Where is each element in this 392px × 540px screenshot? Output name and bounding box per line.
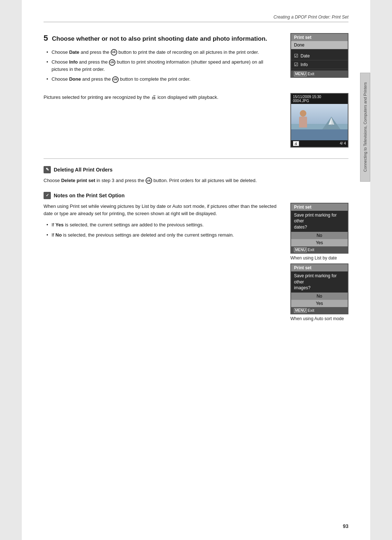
pencil-icon: ✎	[44, 166, 51, 173]
step5-heading: 5 Choose whether or not to also print sh…	[44, 33, 279, 44]
ok-button-3: ok	[112, 76, 119, 83]
page-number: 93	[343, 523, 348, 529]
ok-button-delete: ok	[146, 177, 152, 184]
menu-footer-step5: MENUExit	[291, 70, 348, 77]
check-icon: ✓	[44, 192, 51, 199]
print-set-menu: Print set Done Date Info MENUExit	[290, 33, 348, 86]
preview-sailboat	[328, 117, 335, 129]
menu-list-by-date: Print set Save print marking for other d…	[290, 203, 348, 254]
camera-preview: 15/11/2009 15:30 0004.JPG	[290, 93, 348, 148]
page: Creating a DPOF Print Order: Print Set 5…	[22, 0, 370, 540]
preview-counter: 4/ 4	[340, 141, 346, 145]
svg-marker-1	[331, 117, 334, 125]
deleting-body: Choose Delete print set in step 3 and pr…	[44, 177, 348, 185]
playback-text-main: Pictures selected for printing are recog…	[44, 94, 219, 100]
step5-bullets: Choose Date and press the ok button to p…	[46, 49, 279, 83]
notes-bullet-no: If No is selected, the previous settings…	[46, 231, 279, 239]
menu-list-caption: When using List by date	[290, 255, 348, 261]
step-number: 5	[44, 33, 48, 43]
menu-key-auto: MENU	[294, 308, 307, 313]
menu-footer-list: MENUExit	[291, 246, 348, 253]
menu-footer-auto: MENUExit	[291, 307, 348, 314]
page-header: Creating a DPOF Print Order: Print Set	[44, 15, 348, 22]
menu-no-2: No	[291, 293, 348, 300]
step5-bullet-1: Choose Date and press the ok button to p…	[46, 49, 279, 56]
deleting-section: ✎ Deleting All Print Orders Choose Delet…	[44, 166, 348, 185]
playback-text: Pictures selected for printing are recog…	[44, 93, 279, 101]
deleting-heading: ✎ Deleting All Print Orders	[44, 166, 348, 173]
notes-bullet-yes: If Yes is selected, the current settings…	[46, 221, 279, 229]
menu-item-date: Date	[291, 52, 348, 60]
notes-bullets: If Yes is selected, the current settings…	[46, 221, 279, 238]
print-set-menus: Print set Save print marking for other d…	[290, 203, 348, 322]
divider-1	[44, 158, 348, 159]
menu-key-list: MENU	[294, 247, 307, 252]
print-set-section: When using Print set while viewing pictu…	[44, 203, 348, 322]
preview-footer: 🖨 4/ 4	[291, 140, 348, 147]
step5-section: 5 Choose whether or not to also print sh…	[44, 33, 348, 86]
menu-title-list: Print set	[291, 203, 348, 211]
playback-section: Pictures selected for printing are recog…	[44, 93, 348, 148]
notes-section: ✓ Notes on the Print Set Option When usi…	[44, 192, 348, 322]
preview-person	[297, 110, 309, 130]
step5-bullet-3: Choose Done and press the ok button to c…	[46, 76, 279, 83]
menu-yes-2: Yes	[291, 300, 348, 307]
preview-print-badge: 🖨	[293, 141, 299, 146]
notes-intro: When using Print set while viewing pictu…	[44, 203, 279, 218]
step5-bullet-2: Choose Info and press the ok button to p…	[46, 59, 279, 73]
menu-item-done: Done	[291, 41, 348, 49]
notes-heading: ✓ Notes on the Print Set Option	[44, 192, 348, 199]
ok-button-2: ok	[109, 59, 115, 66]
print-set-text: When using Print set while viewing pictu…	[44, 203, 279, 322]
header-title: Creating a DPOF Print Order: Print Set	[273, 15, 348, 20]
sidebar-tab: Connecting to Televisions, Computers and…	[360, 73, 370, 182]
menu-auto-caption: When using Auto sort mode	[290, 316, 348, 322]
menu-item-info: Info	[291, 60, 348, 69]
svg-point-3	[328, 124, 334, 126]
svg-marker-0	[328, 117, 331, 125]
person-body	[299, 117, 307, 128]
print-icon: 🖨	[151, 93, 156, 101]
menu-auto-sort: Print set Save print marking for other i…	[290, 263, 348, 314]
menu-auto-body: Save print marking for other images?	[291, 271, 348, 293]
preview-image-area	[291, 104, 348, 140]
menu-box-step5: Print set Done Date Info MENUExit	[290, 33, 348, 78]
preview-water	[291, 129, 348, 140]
preview-timestamp: 15/11/2009 15:30 0004.JPG	[291, 94, 348, 104]
menu-yes-1: Yes	[291, 239, 348, 246]
menu-title-step5: Print set	[291, 34, 348, 41]
ok-button-1: ok	[111, 49, 117, 56]
step5-content: 5 Choose whether or not to also print sh…	[44, 33, 279, 86]
menu-list-body: Save print marking for other dates?	[291, 211, 348, 232]
person-head	[300, 110, 306, 117]
menu-list-by-date-container: Print set Save print marking for other d…	[290, 203, 348, 261]
menu-key-step5: MENU	[294, 72, 307, 76]
menu-title-auto: Print set	[291, 264, 348, 271]
menu-auto-sort-container: Print set Save print marking for other i…	[290, 263, 348, 322]
menu-no-1: No	[291, 232, 348, 239]
